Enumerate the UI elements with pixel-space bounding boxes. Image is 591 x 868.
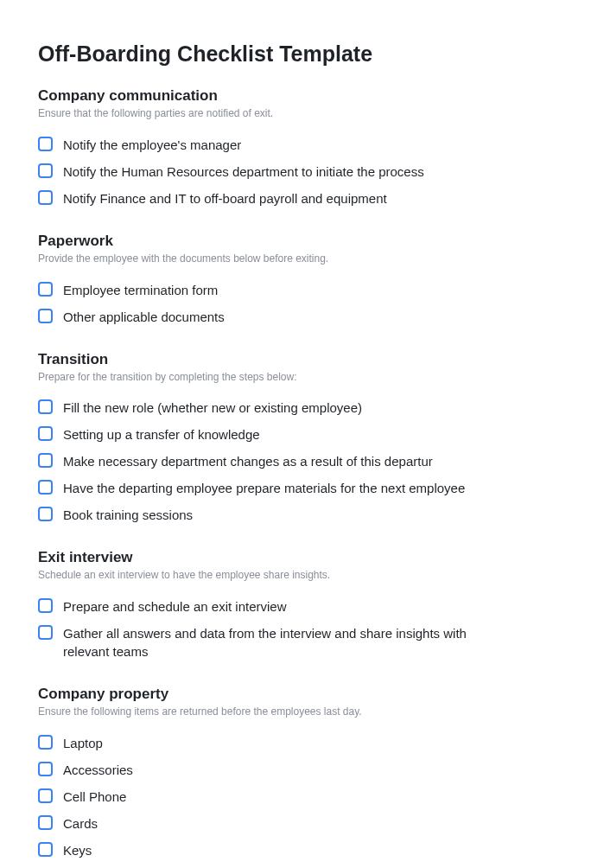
section-heading: Exit interview xyxy=(38,549,553,566)
checkbox[interactable] xyxy=(38,480,53,495)
checkbox[interactable] xyxy=(38,735,53,750)
checkbox-label: Laptop xyxy=(63,734,103,752)
list-item: Employee termination form xyxy=(38,277,553,303)
checkbox-label: Have the departing employee prepare mate… xyxy=(63,479,465,497)
checkbox[interactable] xyxy=(38,815,53,830)
checkbox[interactable] xyxy=(38,788,53,803)
checkbox-label: Make necessary department changes as a r… xyxy=(63,452,433,470)
checkbox-label: Notify the Human Resources department to… xyxy=(63,163,424,181)
checkbox-label: Prepare and schedule an exit interview xyxy=(63,597,287,616)
list-item: Gather all answers and data from the int… xyxy=(38,620,553,665)
checkbox[interactable] xyxy=(38,762,53,776)
checkbox-label: Setting up a transfer of knowledge xyxy=(63,425,260,444)
checkbox-label: Cell Phone xyxy=(63,788,126,806)
section-heading: Company communication xyxy=(38,87,553,105)
section-heading: Paperwork xyxy=(38,233,553,250)
section-heading: Company property xyxy=(38,686,553,703)
checkbox[interactable] xyxy=(38,453,53,468)
checkbox[interactable] xyxy=(38,598,53,613)
checkbox[interactable] xyxy=(38,625,53,640)
sections-container: Company communicationEnsure that the fol… xyxy=(38,87,553,864)
checkbox[interactable] xyxy=(38,507,53,521)
list-item: Other applicable documents xyxy=(38,303,553,330)
section: PaperworkProvide the employee with the d… xyxy=(38,233,553,330)
list-item: Notify the employee's manager xyxy=(38,131,553,158)
list-item: Prepare and schedule an exit interview xyxy=(38,593,553,620)
list-item: Notify the Human Resources department to… xyxy=(38,158,553,185)
section: Company propertyEnsure the following ite… xyxy=(38,686,553,864)
section-description: Ensure that the following parties are no… xyxy=(38,106,553,121)
list-item: Cards xyxy=(38,810,553,837)
checkbox-label: Other applicable documents xyxy=(63,308,225,326)
checkbox[interactable] xyxy=(38,190,53,205)
list-item: Keys xyxy=(38,837,553,864)
checkbox[interactable] xyxy=(38,163,53,178)
section: TransitionPrepare for the transition by … xyxy=(38,351,553,529)
section-description: Provide the employee with the documents … xyxy=(38,252,553,266)
list-item: Make necessary department changes as a r… xyxy=(38,448,553,475)
checkbox-label: Fill the new role (whether new or existi… xyxy=(63,399,362,417)
checkbox[interactable] xyxy=(38,282,53,297)
checkbox-label: Keys xyxy=(63,841,92,859)
checkbox-label: Book training sessions xyxy=(63,506,193,524)
checkbox-label: Notify the employee's manager xyxy=(63,136,241,154)
checkbox[interactable] xyxy=(38,137,53,151)
list-item: Have the departing employee prepare mate… xyxy=(38,475,553,501)
section: Company communicationEnsure that the fol… xyxy=(38,87,553,212)
list-item: Notify Finance and IT to off-board payro… xyxy=(38,185,553,212)
list-item: Accessories xyxy=(38,756,553,783)
list-item: Laptop xyxy=(38,730,553,756)
checkbox-label: Employee termination form xyxy=(63,281,218,299)
checkbox[interactable] xyxy=(38,399,53,414)
list-item: Fill the new role (whether new or existi… xyxy=(38,394,553,421)
list-item: Setting up a transfer of knowledge xyxy=(38,421,553,448)
checkbox-label: Gather all answers and data from the int… xyxy=(63,624,512,661)
checkbox-label: Accessories xyxy=(63,761,133,779)
section-description: Ensure the following items are returned … xyxy=(38,705,553,719)
list-item: Cell Phone xyxy=(38,783,553,810)
checkbox[interactable] xyxy=(38,426,53,441)
checkbox[interactable] xyxy=(38,842,53,857)
checkbox-label: Notify Finance and IT to off-board payro… xyxy=(63,189,387,207)
section-heading: Transition xyxy=(38,351,553,368)
section-description: Schedule an exit interview to have the e… xyxy=(38,568,553,583)
section: Exit interviewSchedule an exit interview… xyxy=(38,549,553,665)
list-item: Book training sessions xyxy=(38,501,553,528)
checkbox-label: Cards xyxy=(63,814,98,833)
checkbox[interactable] xyxy=(38,309,53,323)
section-description: Prepare for the transition by completing… xyxy=(38,370,553,385)
page-title: Off-Boarding Checklist Template xyxy=(38,41,553,67)
